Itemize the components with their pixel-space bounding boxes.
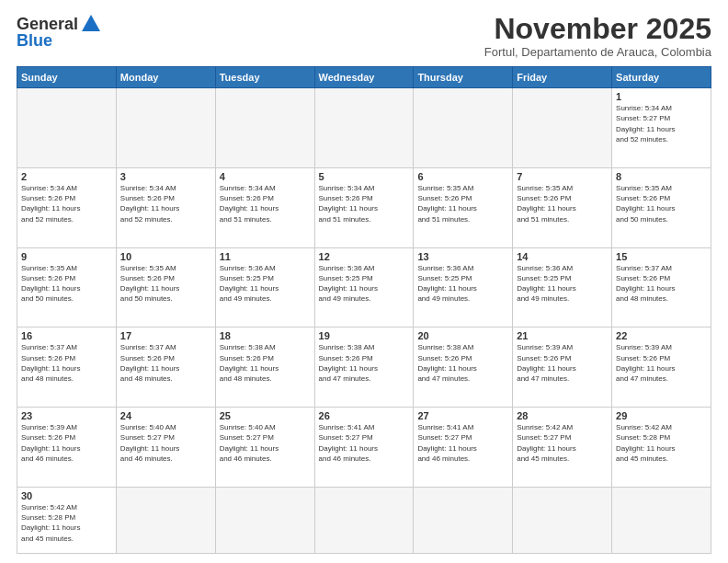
calendar-cell: 20Sunrise: 5:38 AMSunset: 5:26 PMDayligh…	[414, 327, 513, 408]
calendar-cell: 13Sunrise: 5:36 AMSunset: 5:25 PMDayligh…	[414, 247, 513, 327]
calendar-cell: 25Sunrise: 5:40 AMSunset: 5:27 PMDayligh…	[215, 408, 314, 488]
day-info: Sunrise: 5:39 AMSunset: 5:26 PMDaylight:…	[21, 422, 112, 464]
day-info: Sunrise: 5:40 AMSunset: 5:27 PMDaylight:…	[220, 422, 311, 464]
day-info: Sunrise: 5:36 AMSunset: 5:25 PMDaylight:…	[417, 263, 508, 304]
day-number: 21	[517, 330, 608, 341]
day-info: Sunrise: 5:35 AMSunset: 5:26 PMDaylight:…	[21, 263, 112, 304]
calendar-cell	[116, 487, 215, 553]
day-number: 9	[21, 251, 112, 262]
calendar-week-row: 23Sunrise: 5:39 AMSunset: 5:26 PMDayligh…	[17, 408, 711, 488]
calendar-cell	[215, 88, 314, 168]
calendar-cell: 23Sunrise: 5:39 AMSunset: 5:26 PMDayligh…	[17, 408, 117, 488]
calendar-cell: 11Sunrise: 5:36 AMSunset: 5:25 PMDayligh…	[215, 247, 314, 327]
calendar-cell	[314, 88, 414, 168]
calendar-cell: 27Sunrise: 5:41 AMSunset: 5:27 PMDayligh…	[414, 408, 513, 488]
day-number: 2	[21, 171, 112, 182]
calendar-header-wednesday: Wednesday	[314, 67, 414, 88]
day-info: Sunrise: 5:34 AMSunset: 5:26 PMDaylight:…	[21, 183, 112, 224]
calendar-cell: 29Sunrise: 5:42 AMSunset: 5:28 PMDayligh…	[612, 408, 711, 488]
calendar-cell: 14Sunrise: 5:36 AMSunset: 5:25 PMDayligh…	[513, 247, 612, 327]
day-number: 20	[417, 330, 508, 341]
calendar-cell: 16Sunrise: 5:37 AMSunset: 5:26 PMDayligh…	[17, 327, 117, 408]
day-number: 13	[417, 251, 508, 262]
day-info: Sunrise: 5:42 AMSunset: 5:28 PMDaylight:…	[616, 422, 707, 464]
day-number: 15	[616, 251, 707, 262]
day-info: Sunrise: 5:39 AMSunset: 5:26 PMDaylight:…	[517, 342, 608, 384]
day-number: 8	[616, 171, 707, 182]
calendar-cell: 1Sunrise: 5:34 AMSunset: 5:27 PMDaylight…	[612, 88, 711, 168]
calendar-cell	[513, 487, 612, 553]
day-number: 16	[21, 330, 112, 341]
month-title: November 2025	[484, 13, 711, 45]
day-number: 28	[517, 410, 608, 421]
logo-icon	[80, 13, 102, 35]
calendar-cell: 18Sunrise: 5:38 AMSunset: 5:26 PMDayligh…	[215, 327, 314, 408]
calendar-cell: 26Sunrise: 5:41 AMSunset: 5:27 PMDayligh…	[314, 408, 414, 488]
day-number: 29	[616, 410, 707, 421]
day-number: 22	[616, 330, 707, 341]
day-info: Sunrise: 5:34 AMSunset: 5:27 PMDaylight:…	[616, 103, 707, 144]
calendar-cell: 9Sunrise: 5:35 AMSunset: 5:26 PMDaylight…	[17, 247, 117, 327]
day-number: 1	[616, 91, 707, 102]
calendar-cell	[414, 88, 513, 168]
day-number: 14	[517, 251, 608, 262]
calendar-week-row: 30Sunrise: 5:42 AMSunset: 5:28 PMDayligh…	[17, 487, 711, 553]
day-info: Sunrise: 5:38 AMSunset: 5:26 PMDaylight:…	[417, 342, 508, 384]
day-number: 25	[220, 410, 311, 421]
day-number: 4	[220, 171, 311, 182]
day-info: Sunrise: 5:34 AMSunset: 5:26 PMDaylight:…	[319, 183, 410, 224]
day-number: 7	[517, 171, 608, 182]
calendar-cell: 7Sunrise: 5:35 AMSunset: 5:26 PMDaylight…	[513, 167, 612, 247]
calendar-cell: 15Sunrise: 5:37 AMSunset: 5:26 PMDayligh…	[612, 247, 711, 327]
day-info: Sunrise: 5:36 AMSunset: 5:25 PMDaylight:…	[319, 263, 410, 304]
calendar-cell: 19Sunrise: 5:38 AMSunset: 5:26 PMDayligh…	[314, 327, 414, 408]
day-number: 18	[220, 330, 311, 341]
calendar-cell: 8Sunrise: 5:35 AMSunset: 5:26 PMDaylight…	[612, 167, 711, 247]
logo-blue-text: Blue	[17, 31, 52, 51]
calendar-cell: 10Sunrise: 5:35 AMSunset: 5:26 PMDayligh…	[116, 247, 215, 327]
calendar-week-row: 2Sunrise: 5:34 AMSunset: 5:26 PMDaylight…	[17, 167, 711, 247]
day-number: 26	[319, 410, 410, 421]
calendar-cell: 3Sunrise: 5:34 AMSunset: 5:26 PMDaylight…	[116, 167, 215, 247]
day-info: Sunrise: 5:39 AMSunset: 5:26 PMDaylight:…	[616, 342, 707, 384]
location: Fortul, Departamento de Arauca, Colombia	[484, 45, 711, 59]
calendar-cell: 12Sunrise: 5:36 AMSunset: 5:25 PMDayligh…	[314, 247, 414, 327]
calendar-header-thursday: Thursday	[414, 67, 513, 88]
day-number: 23	[21, 410, 112, 421]
calendar-cell	[215, 487, 314, 553]
calendar-cell: 30Sunrise: 5:42 AMSunset: 5:28 PMDayligh…	[17, 487, 117, 553]
day-number: 27	[417, 410, 508, 421]
calendar-week-row: 1Sunrise: 5:34 AMSunset: 5:27 PMDaylight…	[17, 88, 711, 168]
day-info: Sunrise: 5:38 AMSunset: 5:26 PMDaylight:…	[319, 342, 410, 384]
day-number: 6	[417, 171, 508, 182]
calendar-cell	[314, 487, 414, 553]
day-info: Sunrise: 5:37 AMSunset: 5:26 PMDaylight:…	[616, 263, 707, 304]
logo: General Blue	[17, 13, 102, 51]
calendar-header-row: SundayMondayTuesdayWednesdayThursdayFrid…	[17, 67, 711, 88]
day-number: 12	[319, 251, 410, 262]
day-number: 19	[319, 330, 410, 341]
calendar-cell: 4Sunrise: 5:34 AMSunset: 5:26 PMDaylight…	[215, 167, 314, 247]
day-info: Sunrise: 5:34 AMSunset: 5:26 PMDaylight:…	[220, 183, 311, 224]
day-number: 5	[319, 171, 410, 182]
day-info: Sunrise: 5:42 AMSunset: 5:27 PMDaylight:…	[517, 422, 608, 464]
day-number: 11	[220, 251, 311, 262]
calendar-cell: 21Sunrise: 5:39 AMSunset: 5:26 PMDayligh…	[513, 327, 612, 408]
header: General Blue November 2025 Fortul, Depar…	[17, 13, 711, 59]
day-number: 10	[120, 251, 211, 262]
calendar-cell: 28Sunrise: 5:42 AMSunset: 5:27 PMDayligh…	[513, 408, 612, 488]
calendar-cell: 22Sunrise: 5:39 AMSunset: 5:26 PMDayligh…	[612, 327, 711, 408]
calendar-week-row: 9Sunrise: 5:35 AMSunset: 5:26 PMDaylight…	[17, 247, 711, 327]
calendar-cell: 17Sunrise: 5:37 AMSunset: 5:26 PMDayligh…	[116, 327, 215, 408]
header-right: November 2025 Fortul, Departamento de Ar…	[484, 13, 711, 59]
calendar-cell: 24Sunrise: 5:40 AMSunset: 5:27 PMDayligh…	[116, 408, 215, 488]
calendar-cell: 5Sunrise: 5:34 AMSunset: 5:26 PMDaylight…	[314, 167, 414, 247]
day-info: Sunrise: 5:36 AMSunset: 5:25 PMDaylight:…	[517, 263, 608, 304]
day-number: 30	[21, 490, 112, 501]
calendar-header-monday: Monday	[116, 67, 215, 88]
svg-marker-0	[82, 15, 100, 31]
calendar-cell: 2Sunrise: 5:34 AMSunset: 5:26 PMDaylight…	[17, 167, 117, 247]
day-info: Sunrise: 5:37 AMSunset: 5:26 PMDaylight:…	[21, 342, 112, 384]
day-number: 24	[120, 410, 211, 421]
calendar-header-saturday: Saturday	[612, 67, 711, 88]
